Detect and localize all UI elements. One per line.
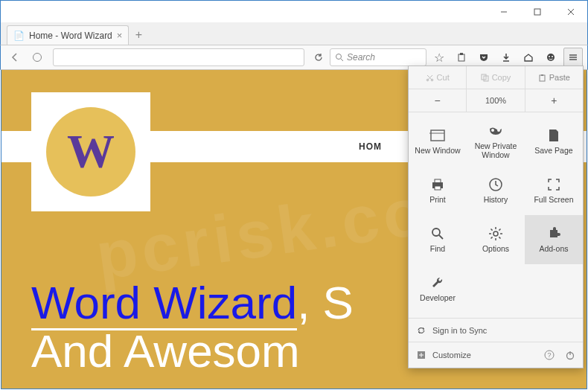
window-titlebar [0,0,588,22]
zoom-out-button[interactable]: − [409,89,467,112]
browser-tab[interactable]: 📄 Home - Word Wizard × [7,25,129,45]
hamburger-menu-panel: Cut Copy Paste − 100% + New Window New P… [408,65,584,368]
headline-line2: And Awesom [31,325,300,377]
page-icon [546,127,562,144]
cut-label: Cut [437,73,450,82]
svg-point-12 [552,56,553,57]
customize-label[interactable]: Customize [432,351,471,359]
home-icon[interactable] [519,48,538,67]
reload-button[interactable] [310,52,327,63]
smiley-icon[interactable] [541,48,560,67]
bookmark-star-icon[interactable]: ☆ [429,48,449,67]
tab-title: Home - Word Wizard [29,31,112,41]
svg-rect-1 [534,9,540,15]
tab-favicon: 📄 [13,31,25,41]
zoom-in-button[interactable]: + [525,89,583,112]
history-item[interactable]: History [467,166,525,215]
logo-container: W [31,92,150,211]
svg-line-6 [341,59,343,61]
svg-rect-7 [458,54,464,61]
pocket-icon[interactable] [474,48,493,67]
customize-icon [416,350,426,360]
page-headline: Word Wizard, S And Awesom [31,278,354,375]
back-button[interactable] [5,48,25,67]
zoom-row: − 100% + [409,89,583,112]
svg-line-40 [490,237,492,239]
print-item[interactable]: Print [409,166,467,215]
svg-point-32 [493,231,498,236]
full-screen-item[interactable]: Full Screen [525,166,583,215]
addon-icon [546,226,562,242]
new-tab-button[interactable]: + [129,25,148,45]
svg-line-37 [490,229,492,231]
paste-label: Paste [549,73,570,82]
clipboard-icon[interactable] [452,48,471,67]
power-icon[interactable] [565,350,575,360]
wrench-icon [429,275,446,291]
maximize-button[interactable] [520,1,554,22]
copy-icon [481,74,489,82]
menu-footer: Customize ? [409,342,583,368]
svg-point-11 [549,56,550,57]
sync-label: Sign in to Sync [432,326,487,335]
menu-grid: New Window New Private Window Save Page … [409,112,583,319]
search-bar[interactable]: Search [330,48,426,66]
url-bar[interactable] [53,48,304,66]
hamburger-menu-button[interactable] [563,48,583,67]
close-tab-icon[interactable]: × [117,30,123,41]
print-icon [429,176,446,193]
sync-icon [416,325,426,336]
gear-icon [488,226,504,242]
svg-rect-21 [541,74,543,76]
svg-rect-22 [431,130,444,141]
svg-line-38 [499,237,500,239]
new-window-item[interactable]: New Window [409,117,467,166]
svg-point-5 [336,54,342,60]
edit-row: Cut Copy Paste [409,66,583,89]
svg-line-31 [439,235,443,239]
identity-icon[interactable] [28,48,47,67]
fullscreen-icon [546,176,562,193]
mask-icon [488,123,504,139]
new-private-window-item[interactable]: New Private Window [467,117,525,166]
logo-circle: W [46,107,135,196]
svg-point-25 [497,129,500,132]
svg-point-4 [33,54,42,62]
logo-letter: W [67,124,115,179]
developer-item[interactable]: Developer [409,264,467,313]
window-icon [429,127,446,144]
downloads-icon[interactable] [496,48,516,67]
minimize-button[interactable] [487,1,520,22]
headline-rest1: , S [297,277,354,328]
svg-line-39 [499,229,500,231]
svg-point-30 [432,228,440,236]
addons-item[interactable]: Add-ons [525,215,583,264]
help-icon[interactable]: ? [544,350,555,360]
close-window-button[interactable] [554,1,587,22]
save-page-item[interactable]: Save Page [525,117,583,166]
svg-rect-8 [460,53,463,55]
options-item[interactable]: Options [467,215,525,264]
find-icon [429,226,446,242]
search-icon [335,53,344,62]
svg-point-24 [491,129,494,132]
zoom-level: 100% [467,89,525,112]
cut-icon [426,74,434,82]
paste-button[interactable]: Paste [525,66,583,89]
headline-brand: Word Wizard [31,277,297,330]
copy-button[interactable]: Copy [467,66,525,89]
cut-button[interactable]: Cut [409,66,467,89]
history-icon [488,176,504,193]
paste-icon [538,74,546,82]
copy-label: Copy [492,73,511,82]
svg-rect-20 [540,75,545,81]
svg-text:?: ? [547,351,551,359]
find-item[interactable]: Find [409,215,467,264]
search-placeholder: Search [347,52,375,63]
sign-in-sync-item[interactable]: Sign in to Sync [409,319,583,342]
tab-strip: 📄 Home - Word Wizard × + [0,22,588,45]
svg-rect-28 [435,186,441,190]
nav-home-link[interactable]: HOM [359,141,382,152]
